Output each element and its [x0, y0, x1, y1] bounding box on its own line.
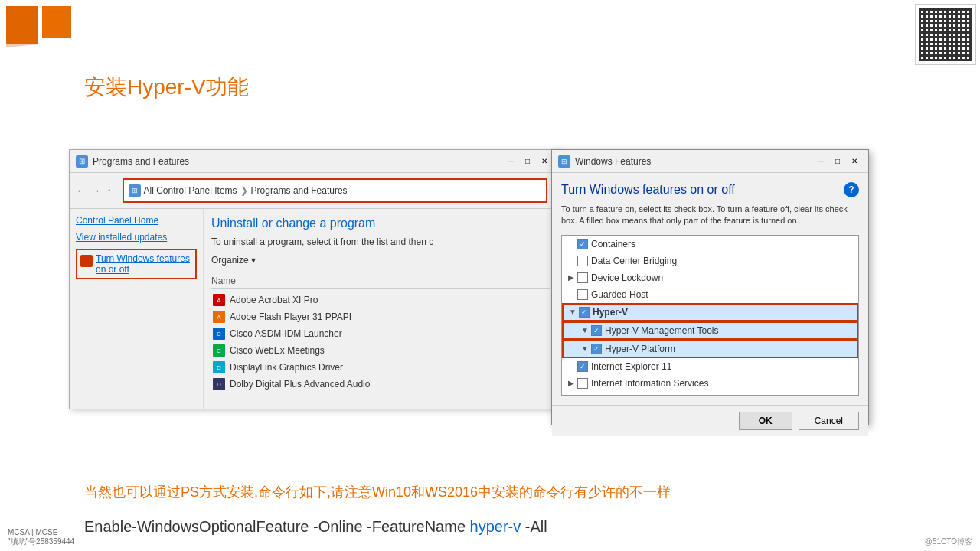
app-item[interactable]: A Adobe Flash Player 31 PPAPI — [211, 308, 550, 325]
svg-marker-2 — [6, 6, 38, 47]
app-icon: C — [213, 328, 225, 340]
app-item[interactable]: D DisplayLink Graphics Driver — [211, 359, 550, 376]
expand-icon-hyperv-mgmt: ▼ — [579, 324, 591, 337]
tree-item-ie11[interactable]: ✓ Internet Explorer 11 — [562, 358, 858, 375]
cmd-prefix: Enable-WindowsOptionalFeature -Online -F… — [84, 518, 470, 535]
features-content: Turn Windows features on or off ? To tur… — [552, 173, 868, 405]
label-hyperv-platform: Hyper-V Platform — [605, 344, 675, 354]
label-ie11: Internet Explorer 11 — [591, 361, 671, 372]
expand-icon: ▶ — [565, 377, 577, 390]
checkbox-hyperv-mgmt[interactable]: ✓ — [591, 325, 602, 336]
tree-item-datacenter[interactable]: Data Center Bridging — [562, 253, 858, 269]
expand-icon — [565, 394, 577, 396]
logo — [0, 0, 84, 69]
expand-icon: ▶ — [565, 272, 577, 284]
checkbox-iis-hostable[interactable] — [577, 395, 588, 396]
app-icon: D — [213, 361, 225, 373]
app-icon: A — [213, 311, 225, 323]
ok-button[interactable]: OK — [739, 412, 792, 430]
tree-item-containers[interactable]: ✓ Containers — [562, 236, 858, 253]
app-name: Cisco ASDM-IDM Launcher — [230, 328, 342, 339]
forward-button[interactable]: → — [90, 184, 103, 197]
app-item[interactable]: D Dolby Digital Plus Advanced Audio — [211, 376, 550, 393]
close-button[interactable]: ✕ — [537, 155, 552, 168]
footer-cert: MCSA | MCSE — [8, 528, 74, 536]
features-maximize-button[interactable]: □ — [830, 155, 845, 168]
features-dialog-title: Windows Features — [575, 156, 651, 167]
checkbox-devicelockdown[interactable] — [577, 272, 588, 283]
checkbox-hyperv[interactable]: ✓ — [579, 307, 590, 318]
name-column-header: Name — [211, 274, 550, 289]
control-panel-home-link[interactable]: Control Panel Home — [76, 215, 197, 226]
features-titlebar: ⊞ Windows Features ─ □ ✕ — [552, 150, 868, 173]
windows-features-dialog: ⊞ Windows Features ─ □ ✕ Turn Windows fe… — [551, 149, 869, 425]
tree-item-hyperv[interactable]: ▼ ✓ Hyper-V — [562, 303, 858, 321]
app-item[interactable]: C Cisco ASDM-IDM Launcher — [211, 325, 550, 342]
programs-icon: ⊞ — [76, 155, 88, 168]
app-item[interactable]: A Adobe Acrobat XI Pro — [211, 292, 550, 308]
label-iis-hostable: Internet Information Services Hostable W… — [591, 395, 791, 396]
programs-main: Uninstall or change a program To uninsta… — [204, 209, 558, 412]
tree-item-devicelockdown[interactable]: ▶ Device Lockdown — [562, 269, 858, 286]
checkbox-datacenter[interactable] — [577, 256, 588, 266]
back-button[interactable]: ← — [74, 184, 87, 197]
footer-left: MCSA | MCSE "填坑"号258359444 — [8, 528, 74, 547]
tree-item-guardedhost[interactable]: Guarded Host — [562, 286, 858, 303]
features-window-controls: ─ □ ✕ — [813, 155, 862, 168]
app-item[interactable]: C Cisco WebEx Meetings — [211, 342, 550, 359]
label-devicelockdown: Device Lockdown — [591, 272, 663, 283]
checkbox-hyperv-platform[interactable]: ✓ — [591, 344, 602, 354]
expand-icon — [565, 255, 577, 267]
label-guardedhost: Guarded Host — [591, 289, 648, 300]
bottom-instruction: 当然也可以通过PS方式安装,命令行如下,请注意Win10和WS2016中安装的命… — [84, 483, 896, 501]
cmd-param: hyper-v — [470, 518, 521, 535]
programs-desc: To uninstall a program, select it from t… — [211, 236, 550, 247]
app-name: Adobe Flash Player 31 PPAPI — [230, 311, 351, 322]
label-hyperv: Hyper-V — [593, 307, 628, 318]
features-close-button[interactable]: ✕ — [847, 155, 862, 168]
tree-item-hyperv-platform[interactable]: ▼ ✓ Hyper-V Platform — [562, 340, 858, 358]
tree-item-iis-hostable[interactable]: Internet Information Services Hostable W… — [562, 392, 858, 396]
maximize-button[interactable]: □ — [520, 155, 535, 168]
checkbox-iis[interactable] — [577, 378, 588, 389]
svg-rect-1 — [42, 6, 71, 38]
organize-button[interactable]: Organize ▾ — [211, 255, 256, 266]
features-link-text: Turn Windows features on or off — [96, 253, 192, 275]
app-name: Cisco WebEx Meetings — [230, 345, 325, 356]
cancel-button[interactable]: Cancel — [799, 412, 859, 430]
window-controls: ─ □ ✕ — [503, 155, 552, 168]
footer-right: @51CTO博客 — [925, 536, 972, 547]
help-button[interactable]: ? — [844, 182, 859, 197]
expand-icon-hyperv-platform: ▼ — [579, 343, 591, 355]
app-name: Adobe Acrobat XI Pro — [230, 295, 318, 305]
footer-id: "填坑"号258359444 — [8, 536, 74, 547]
tree-item-hyperv-mgmt[interactable]: ▼ ✓ Hyper-V Management Tools — [562, 321, 858, 340]
app-icon: A — [213, 294, 225, 306]
address-bar[interactable]: ⊞ All Control Panel Items ❯ Programs and… — [122, 178, 548, 203]
programs-sidebar: Control Panel Home View installed update… — [70, 209, 204, 412]
features-tree[interactable]: ✓ Containers Data Center Bridging ▶ Devi… — [561, 235, 859, 396]
breadcrumb-2: Programs and Features — [251, 185, 348, 196]
checkbox-guardedhost[interactable] — [577, 289, 588, 300]
checkbox-containers[interactable]: ✓ — [577, 239, 588, 249]
windows-features-link[interactable]: Turn Windows features on or off — [76, 249, 197, 279]
qr-code — [915, 4, 976, 65]
app-icon: D — [213, 378, 225, 390]
minimize-button[interactable]: ─ — [503, 155, 518, 168]
up-button[interactable]: ↑ — [105, 184, 114, 197]
address-icon: ⊞ — [129, 184, 141, 197]
cmd-suffix: -All — [521, 518, 547, 535]
programs-window: ⊞ Programs and Features ─ □ ✕ ← → ↑ ⊞ Al… — [69, 149, 559, 409]
breadcrumb-1: All Control Panel Items — [144, 185, 237, 196]
programs-window-title: Programs and Features — [93, 156, 189, 167]
label-iis: Internet Information Services — [591, 378, 708, 389]
view-updates-link[interactable]: View installed updates — [76, 232, 197, 243]
label-datacenter: Data Center Bridging — [591, 256, 677, 266]
features-minimize-button[interactable]: ─ — [813, 155, 828, 168]
bottom-command: Enable-WindowsOptionalFeature -Online -F… — [84, 518, 547, 536]
app-icon: C — [213, 344, 225, 357]
toolbar: Organize ▾ — [211, 255, 550, 269]
checkbox-ie11[interactable]: ✓ — [577, 361, 588, 372]
tree-item-iis[interactable]: ▶ Internet Information Services — [562, 375, 858, 392]
programs-titlebar: ⊞ Programs and Features ─ □ ✕ — [70, 150, 558, 173]
